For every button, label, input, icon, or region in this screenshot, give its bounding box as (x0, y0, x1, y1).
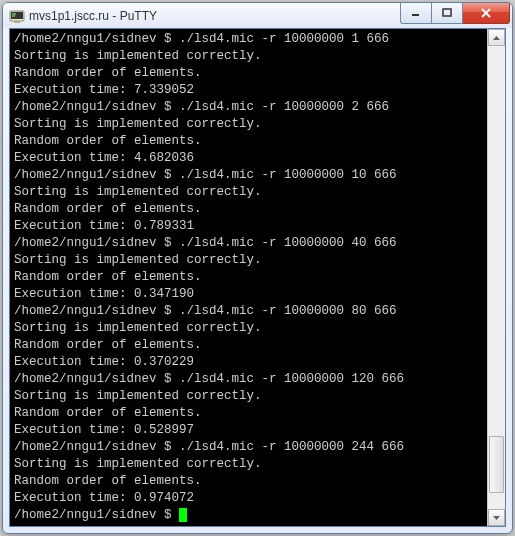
svg-marker-9 (493, 36, 500, 40)
prompt-line: /home2/nngu1/sidnev $ (14, 507, 485, 524)
terminal-output[interactable]: /home2/nngu1/sidnev $ ./lsd4.mic -r 1000… (10, 29, 487, 526)
output-line: Execution time: 0.528997 (14, 422, 485, 439)
output-line: Random order of elements. (14, 405, 485, 422)
minimize-button[interactable] (400, 3, 432, 24)
output-line: Sorting is implemented correctly. (14, 184, 485, 201)
prompt-line: /home2/nngu1/sidnev $ ./lsd4.mic -r 1000… (14, 303, 485, 320)
putty-window: mvs1p1.jscc.ru - PuTTY /home2/nngu1/sidn… (2, 2, 513, 534)
svg-rect-6 (443, 9, 451, 16)
output-line: Execution time: 0.347190 (14, 286, 485, 303)
output-line: Random order of elements. (14, 473, 485, 490)
prompt-line: /home2/nngu1/sidnev $ ./lsd4.mic -r 1000… (14, 235, 485, 252)
output-line: Execution time: 0.974072 (14, 490, 485, 507)
titlebar[interactable]: mvs1p1.jscc.ru - PuTTY (3, 3, 512, 28)
close-button[interactable] (463, 3, 510, 24)
vertical-scrollbar[interactable] (487, 29, 505, 526)
window-controls (400, 3, 512, 28)
output-line: Random order of elements. (14, 269, 485, 286)
output-line: Sorting is implemented correctly. (14, 116, 485, 133)
output-line: Execution time: 4.682036 (14, 150, 485, 167)
prompt-line: /home2/nngu1/sidnev $ ./lsd4.mic -r 1000… (14, 167, 485, 184)
scroll-up-button[interactable] (488, 29, 505, 46)
svg-rect-2 (14, 21, 20, 23)
terminal-cursor (179, 508, 187, 522)
svg-marker-10 (493, 516, 500, 520)
output-line: Sorting is implemented correctly. (14, 48, 485, 65)
putty-icon (9, 8, 25, 24)
output-line: Sorting is implemented correctly. (14, 388, 485, 405)
prompt-line: /home2/nngu1/sidnev $ ./lsd4.mic -r 1000… (14, 31, 485, 48)
prompt-line: /home2/nngu1/sidnev $ ./lsd4.mic -r 1000… (14, 371, 485, 388)
output-line: Sorting is implemented correctly. (14, 252, 485, 269)
output-line: Execution time: 7.339052 (14, 82, 485, 99)
output-line: Random order of elements. (14, 133, 485, 150)
output-line: Execution time: 0.370229 (14, 354, 485, 371)
scroll-thumb[interactable] (489, 436, 504, 493)
output-line: Random order of elements. (14, 337, 485, 354)
output-line: Random order of elements. (14, 65, 485, 82)
client-area: /home2/nngu1/sidnev $ ./lsd4.mic -r 1000… (9, 28, 506, 527)
prompt-line: /home2/nngu1/sidnev $ ./lsd4.mic -r 1000… (14, 99, 485, 116)
prompt-line: /home2/nngu1/sidnev $ ./lsd4.mic -r 1000… (14, 439, 485, 456)
maximize-button[interactable] (432, 3, 463, 24)
window-title: mvs1p1.jscc.ru - PuTTY (29, 9, 400, 23)
output-line: Sorting is implemented correctly. (14, 320, 485, 337)
scroll-down-button[interactable] (488, 509, 505, 526)
output-line: Execution time: 0.789331 (14, 218, 485, 235)
output-line: Random order of elements. (14, 201, 485, 218)
scroll-track[interactable] (488, 46, 505, 509)
output-line: Sorting is implemented correctly. (14, 456, 485, 473)
